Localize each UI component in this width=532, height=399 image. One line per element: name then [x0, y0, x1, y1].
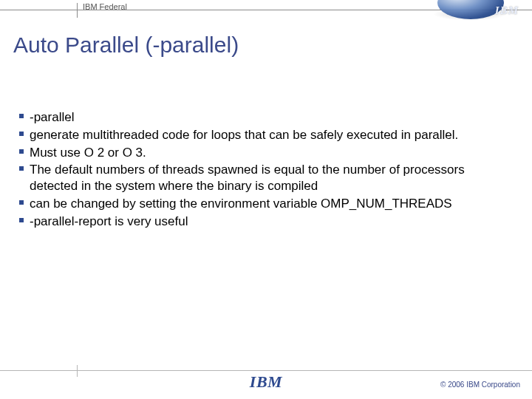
list-item: can be changed by setting the environmen… [19, 196, 510, 212]
bullet-list: -parallel generate multithreaded code fo… [19, 109, 510, 231]
list-item: The default numbers of threads spawned i… [19, 162, 510, 194]
list-item: Must use O 2 or O 3. [19, 145, 510, 161]
header-label: IBM Federal [83, 2, 127, 11]
header-tick [77, 3, 78, 18]
slide: IBM Federal IBM Auto Parallel (-parallel… [0, 0, 532, 399]
footer-copyright: © 2006 IBM Corporation [440, 381, 520, 389]
ibm-logo-header: IBM [495, 4, 519, 17]
list-item: -parallel-report is very useful [19, 214, 510, 230]
header: IBM Federal IBM [0, 0, 532, 21]
list-item: generate multithreaded code for loops th… [19, 127, 510, 143]
list-item: -parallel [19, 109, 510, 126]
slide-title: Auto Parallel (-parallel) [13, 33, 239, 58]
footer-rule [0, 370, 532, 371]
